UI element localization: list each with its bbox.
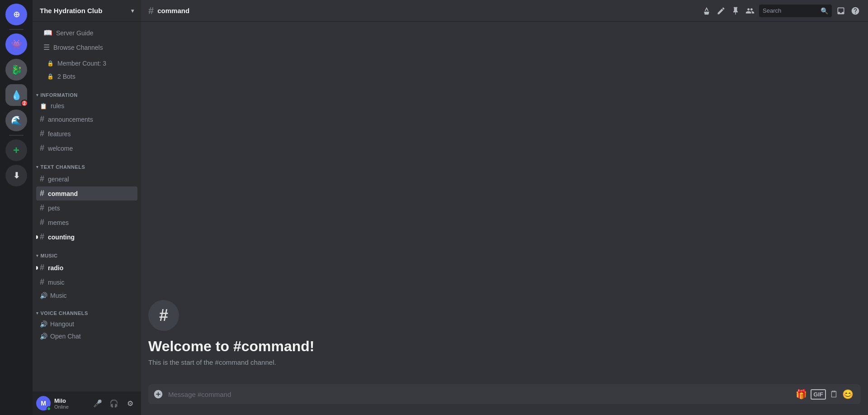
server-icon-2[interactable]: 🐉 [5, 59, 27, 81]
server-icon-discord[interactable]: ⊕ [5, 4, 27, 25]
hash-icon-general: # [40, 174, 44, 184]
help-icon-button[interactable] [850, 5, 861, 16]
channel-item-memes[interactable]: # memes [36, 215, 137, 229]
channel-rules-label: rules [51, 102, 64, 110]
channel-title: # command [148, 5, 189, 17]
server-header[interactable]: The Hydration Club ▾ [33, 0, 141, 22]
search-bar[interactable]: 🔍 [759, 5, 832, 17]
user-info: Milo Online [54, 397, 87, 410]
plus-icon: + [13, 144, 19, 157]
hash-icon-command: # [40, 189, 44, 198]
welcome-subtitle: This is the start of the #command channe… [148, 358, 861, 366]
help-icon [851, 6, 860, 15]
bot-lock-icon: 🔒 [47, 73, 54, 80]
server-1-icon: 👾 [11, 39, 22, 50]
unread-indicator-radio [36, 266, 38, 270]
sidebar-item-server-guide[interactable]: 📖 Server Guide [36, 26, 137, 40]
channel-item-welcome[interactable]: # welcome [36, 141, 137, 155]
channel-item-radio[interactable]: # radio [36, 261, 137, 275]
server-icon-1[interactable]: 👾 [5, 33, 27, 55]
channel-item-command[interactable]: # command [36, 186, 137, 200]
channel-item-general[interactable]: # general [36, 172, 137, 186]
channel-item-hangout[interactable]: 🔊 Hangout [36, 318, 137, 330]
add-attachment-button[interactable] [148, 384, 168, 404]
gif-icon-button[interactable]: GIF [811, 389, 826, 400]
unread-indicator [36, 235, 38, 239]
add-server-button[interactable]: + [5, 139, 27, 161]
lock-icon: 🔒 [47, 60, 54, 67]
hash-icon-counting: # [40, 232, 44, 242]
pin-icon-button[interactable] [730, 5, 741, 16]
user-area: M Milo Online 🎤 🎧 ⚙ [33, 391, 141, 415]
sticker-icon-button[interactable]: 🗒 [830, 389, 839, 400]
hash-icon-music: # [40, 277, 44, 287]
category-text-channels: ▾ TEXT CHANNELS # general # command # pe… [33, 157, 141, 244]
online-status-indicator [47, 406, 51, 411]
hash-large-icon: # [148, 5, 154, 17]
message-input[interactable] [168, 386, 796, 403]
welcome-title: Welcome to #command! [148, 338, 861, 355]
channel-counting-label: counting [48, 234, 75, 241]
channel-item-features[interactable]: # features [36, 127, 137, 141]
gift-icon-button[interactable]: 🎁 [796, 389, 807, 400]
browse-channels-label: Browse Channels [53, 44, 103, 51]
channel-pets-label: pets [48, 205, 60, 212]
hash-icon-memes: # [40, 218, 44, 227]
member-count-label: Member Count: 3 [57, 60, 106, 67]
notification-badge: 2 [21, 100, 28, 107]
category-music: ▾ MUSIC # radio # music 🔊 Music [33, 246, 141, 301]
hash-icon-welcome: # [40, 143, 44, 153]
category-header-music[interactable]: ▾ MUSIC [33, 246, 141, 260]
category-header-text-channels[interactable]: ▾ TEXT CHANNELS [33, 157, 141, 172]
channel-item-pets[interactable]: # pets [36, 201, 137, 215]
category-music-label: MUSIC [41, 253, 58, 258]
channel-announcements-label: announcements [48, 116, 93, 123]
server-icon-hydration-club[interactable]: 💧 2 [5, 84, 27, 106]
category-header-information[interactable]: ▾ INFORMATION [33, 85, 141, 100]
hash-icon-announcements: # [40, 114, 44, 124]
hash-icon-radio: # [40, 263, 44, 272]
members-icon-button[interactable] [745, 5, 755, 16]
discord-logo-icon: ⊕ [13, 10, 20, 19]
deafen-headphones-button[interactable]: 🎧 [107, 396, 121, 410]
book-icon: 📖 [43, 29, 52, 37]
category-text-channels-label: TEXT CHANNELS [41, 164, 85, 170]
mute-microphone-button[interactable]: 🎤 [90, 396, 105, 410]
pin-icon [731, 6, 740, 15]
server-icon-4[interactable]: 🌊 [5, 110, 27, 131]
top-bar-actions: 🔍 [701, 5, 861, 17]
boost-icon-button[interactable] [701, 5, 712, 16]
channel-item-counting[interactable]: # counting [36, 230, 137, 244]
avatar[interactable]: M [36, 396, 51, 410]
channel-item-announcements[interactable]: # announcements [36, 112, 137, 126]
user-settings-button[interactable]: ⚙ [123, 396, 137, 410]
download-apps-button[interactable]: ⬇ [5, 165, 27, 186]
category-information: ▾ INFORMATION 📋 rules # announcements # … [33, 85, 141, 155]
category-voice-label: VOICE CHANNELS [41, 310, 88, 316]
welcome-section: # Welcome to #command! This is the start… [141, 300, 868, 377]
channel-item-open-chat[interactable]: 🔊 Open Chat [36, 330, 137, 342]
active-channel-name: command [157, 7, 189, 14]
chat-area: # Welcome to #command! This is the start… [141, 22, 868, 384]
search-input[interactable] [763, 7, 817, 14]
category-voice-channels: ▾ VOICE CHANNELS 🔊 Hangout 🔊 Open Chat [33, 303, 141, 342]
bots-item: 🔒 2 Bots [40, 70, 134, 83]
inbox-icon [836, 6, 845, 15]
category-header-voice[interactable]: ▾ VOICE CHANNELS [33, 303, 141, 318]
search-icon: 🔍 [821, 7, 828, 14]
edit-icon-button[interactable] [716, 5, 726, 16]
channel-item-music[interactable]: # music [36, 275, 137, 289]
sidebar-item-browse-channels[interactable]: ☰ Browse Channels [36, 40, 137, 54]
channel-sidebar: The Hydration Club ▾ 📖 Server Guide ☰ Br… [33, 0, 141, 415]
channel-item-rules[interactable]: 📋 rules [36, 100, 137, 112]
channel-memes-label: memes [48, 219, 69, 226]
inbox-icon-button[interactable] [835, 5, 846, 16]
bots-label: 2 Bots [57, 73, 75, 80]
chevron-icon: ▾ [36, 93, 39, 97]
speaker-icon-hangout: 🔊 [40, 320, 47, 328]
emoji-icon-button[interactable]: 😊 [842, 389, 854, 400]
chevron-icon-voice: ▾ [36, 311, 39, 315]
channel-item-music-voice[interactable]: 🔊 Music [36, 290, 137, 301]
message-input-actions: 🎁 GIF 🗒 😊 [796, 389, 854, 400]
message-input-wrapper: 🎁 GIF 🗒 😊 [148, 384, 861, 404]
